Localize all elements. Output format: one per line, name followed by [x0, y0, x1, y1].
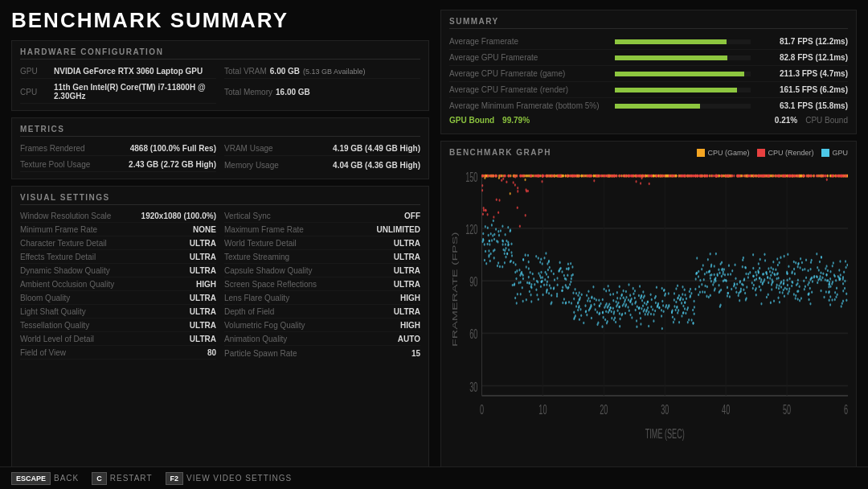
- svg-point-143: [571, 265, 573, 269]
- svg-point-1421: [685, 175, 686, 178]
- vs-row: World Level of DetailULTRA: [20, 333, 216, 346]
- svg-point-1238: [519, 225, 521, 228]
- key-badge: ESCAPE: [11, 472, 51, 485]
- svg-point-306: [637, 305, 638, 308]
- svg-point-1323: [493, 175, 495, 178]
- svg-point-350: [755, 294, 757, 297]
- svg-point-295: [497, 230, 499, 233]
- svg-point-276: [841, 305, 842, 308]
- svg-point-812: [514, 271, 516, 274]
- svg-point-191: [628, 298, 629, 302]
- svg-point-399: [639, 285, 641, 288]
- svg-point-448: [817, 281, 818, 285]
- svg-point-104: [485, 225, 486, 228]
- svg-point-312: [577, 309, 579, 312]
- gpu-label: GPU: [20, 67, 51, 76]
- svg-point-237: [817, 266, 818, 269]
- svg-point-821: [811, 291, 813, 294]
- svg-point-741: [609, 293, 611, 296]
- vs-value: UNLIMITED: [377, 225, 420, 234]
- svg-point-1516: [813, 175, 815, 178]
- page-title: BENCHMARK SUMMARY: [11, 10, 429, 31]
- svg-point-1458: [517, 187, 518, 190]
- svg-point-481: [826, 265, 828, 268]
- summary-row: Average CPU Framerate (game) 211.3 FPS (…: [449, 66, 848, 82]
- svg-point-781: [514, 282, 515, 286]
- svg-point-1330: [509, 175, 510, 178]
- total-vram-value: 6.00 GB: [270, 67, 300, 76]
- svg-point-555: [506, 247, 507, 250]
- svg-point-1127: [533, 175, 534, 178]
- svg-point-467: [491, 224, 493, 227]
- svg-point-286: [491, 239, 493, 242]
- summary-row: Average CPU Framerate (render) 161.5 FPS…: [449, 82, 848, 98]
- svg-point-354: [773, 273, 775, 276]
- svg-point-457: [778, 297, 780, 300]
- svg-point-518: [829, 283, 830, 286]
- svg-point-163: [842, 290, 844, 293]
- svg-point-581: [776, 277, 778, 281]
- svg-point-578: [654, 310, 656, 313]
- vs-label: Window Resolution Scale: [20, 212, 111, 220]
- svg-point-1246: [523, 175, 525, 178]
- svg-point-739: [536, 280, 538, 283]
- svg-point-627: [528, 276, 530, 279]
- svg-text:30: 30: [661, 402, 669, 417]
- svg-point-1344: [499, 175, 501, 178]
- svg-point-701: [489, 240, 490, 243]
- svg-point-127: [770, 274, 772, 277]
- svg-point-158: [776, 284, 778, 287]
- svg-point-1565: [831, 175, 833, 178]
- svg-point-1459: [517, 190, 518, 193]
- svg-point-332: [689, 290, 690, 294]
- svg-point-679: [538, 298, 539, 301]
- svg-point-450: [682, 293, 683, 296]
- svg-point-824: [590, 306, 592, 310]
- svg-point-97: [786, 288, 788, 291]
- svg-point-1544: [841, 175, 842, 178]
- svg-point-132: [795, 261, 796, 265]
- svg-point-269: [719, 291, 720, 294]
- svg-point-541: [641, 299, 643, 302]
- svg-point-206: [588, 297, 589, 300]
- svg-point-675: [787, 253, 788, 257]
- svg-point-769: [673, 321, 674, 324]
- svg-point-367: [642, 290, 644, 294]
- svg-point-214: [530, 271, 531, 274]
- summary-rows: Average Framerate 81.7 FPS (12.2ms) Aver…: [449, 34, 848, 113]
- svg-point-262: [504, 261, 506, 265]
- legend-item: GPU: [821, 149, 848, 157]
- svg-point-181: [650, 293, 652, 296]
- svg-point-402: [788, 287, 790, 290]
- svg-point-186: [538, 257, 539, 260]
- svg-point-379: [545, 271, 547, 274]
- svg-point-736: [664, 289, 665, 292]
- vs-value: HIGH: [400, 321, 420, 330]
- svg-point-495: [547, 269, 549, 272]
- svg-point-546: [834, 275, 836, 278]
- svg-point-482: [787, 284, 788, 287]
- vs-row: Tessellation QualityULTRA: [20, 319, 216, 332]
- svg-point-801: [506, 253, 508, 256]
- svg-point-522: [522, 286, 523, 290]
- svg-point-436: [701, 283, 702, 286]
- vs-value: ULTRA: [190, 321, 216, 330]
- svg-point-101: [706, 271, 707, 274]
- svg-point-554: [505, 233, 506, 236]
- svg-point-35: [721, 275, 723, 278]
- svg-point-39: [526, 265, 527, 269]
- svg-text:40: 40: [722, 402, 730, 417]
- frames-row: Frames Rendered 4868 (100.0% Full Res): [20, 142, 216, 156]
- svg-point-709: [735, 286, 737, 290]
- svg-point-335: [795, 294, 796, 298]
- svg-point-617: [543, 283, 545, 286]
- svg-point-803: [515, 277, 517, 281]
- svg-point-771: [573, 311, 575, 314]
- svg-point-826: [753, 284, 755, 287]
- svg-point-1441: [506, 180, 507, 183]
- svg-point-697: [528, 267, 530, 270]
- vs-label: Lens Flare Quality: [224, 294, 289, 302]
- svg-point-478: [755, 271, 756, 274]
- svg-point-815: [499, 265, 501, 269]
- svg-point-1442: [796, 175, 798, 178]
